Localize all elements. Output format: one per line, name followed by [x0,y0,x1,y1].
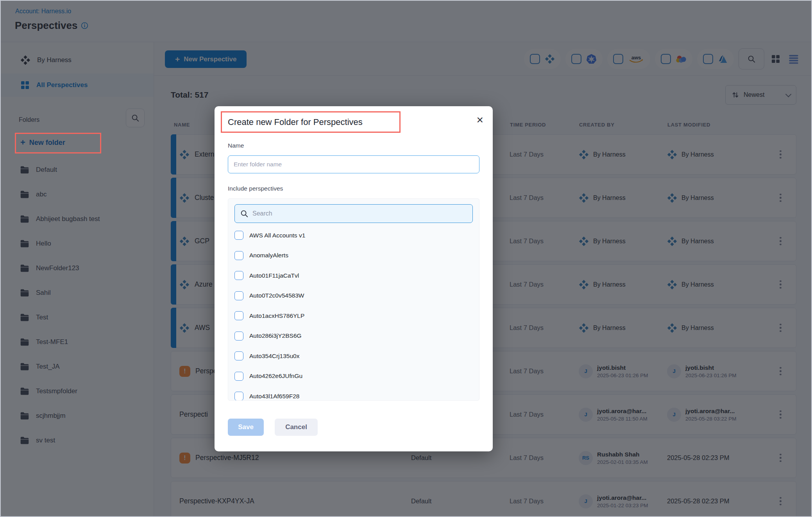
perspective-item[interactable]: Auto43l1Af659F28 [234,386,473,401]
perspective-checkbox[interactable] [234,392,243,401]
perspective-search [234,204,473,223]
perspective-item[interactable]: AnomalyAlerts [234,246,473,266]
search-icon [240,209,249,218]
perspective-label: Auto4262e6JUfnGu [249,373,302,380]
perspective-checkbox[interactable] [234,351,243,360]
perspective-item[interactable]: Auto01F11jaCaTvl [234,266,473,286]
perspective-checkbox[interactable] [234,291,243,300]
create-folder-modal: Create new Folder for Perspectives × Nam… [215,106,493,451]
name-label: Name [228,142,244,149]
perspective-item[interactable]: Auto354Crj135u0x [234,346,473,366]
perspectives-page: Account: Harness.io Perspectives By Harn… [0,0,812,517]
perspective-checkbox[interactable] [234,271,243,280]
perspective-search-input[interactable] [252,210,467,217]
perspective-checkbox[interactable] [234,311,243,320]
perspective-checkbox[interactable] [234,231,243,240]
perspective-label: Auto1acxHS786YLP [249,312,304,319]
include-perspectives-label: Include perspectives [228,185,283,192]
perspective-checkbox[interactable] [234,332,243,341]
perspective-label: AWS All Accounts v1 [249,232,305,239]
cancel-button[interactable]: Cancel [275,419,318,436]
perspective-label: Auto286i3jY2BS6G [249,332,302,339]
perspective-label: AnomalyAlerts [249,252,288,259]
modal-title: Create new Folder for Perspectives [228,112,363,133]
perspective-label: Auto43l1Af659F28 [249,393,299,400]
perspective-item[interactable]: Auto286i3jY2BS6G [234,326,473,346]
perspective-item[interactable]: Auto4262e6JUfnGu [234,366,473,387]
save-button[interactable]: Save [228,419,264,436]
perspective-label: Auto354Crj135u0x [249,353,299,360]
perspective-item[interactable]: Auto1acxHS786YLP [234,306,473,326]
perspective-item[interactable]: AWS All Accounts v1 [234,225,473,246]
perspectives-panel: AWS All Accounts v1 AnomalyAlerts Auto01… [228,198,479,401]
perspective-label: Auto01F11jaCaTvl [249,272,299,279]
folder-name-input[interactable] [228,155,479,173]
close-icon[interactable]: × [476,114,483,126]
perspective-checkbox[interactable] [234,251,243,260]
perspective-list: AWS All Accounts v1 AnomalyAlerts Auto01… [234,225,473,401]
perspective-checkbox[interactable] [234,372,243,381]
perspective-item[interactable]: Auto0T2c0v54583W [234,286,473,306]
perspective-label: Auto0T2c0v54583W [249,292,304,299]
